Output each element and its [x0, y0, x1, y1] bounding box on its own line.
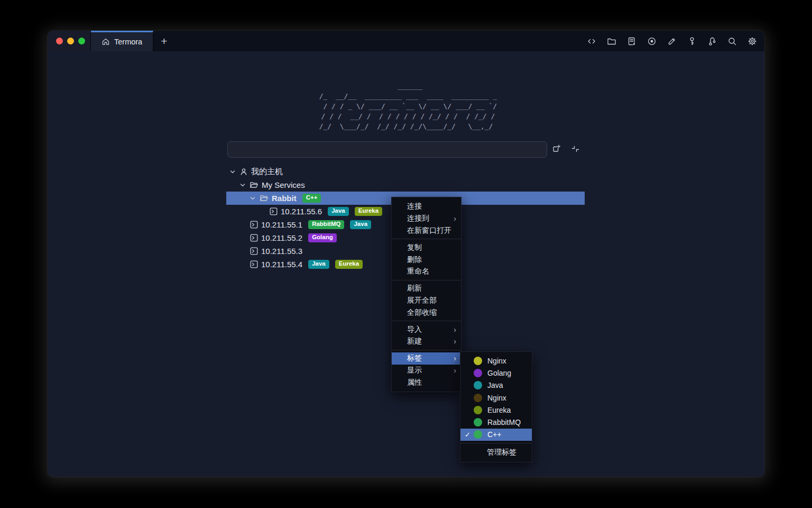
traffic-lights [48, 31, 91, 51]
menu-separator [392, 321, 461, 321]
code-icon[interactable] [587, 37, 596, 46]
menu-item-rename[interactable]: 重命名 [392, 266, 461, 278]
tag-option[interactable]: Eureka [460, 404, 532, 416]
title-bar: Termora + [48, 31, 764, 51]
terminal-icon [250, 260, 258, 268]
submenu-arrow-icon: › [454, 367, 456, 374]
tree-row-label: My Services [262, 180, 305, 189]
submenu-arrow-icon: › [454, 338, 456, 345]
tree-row-label: 10.211.55.4 [261, 260, 302, 269]
submenu-arrow-icon: › [454, 215, 456, 222]
menu-item-import[interactable]: 导入› [392, 323, 461, 335]
record-icon[interactable] [647, 37, 657, 46]
menu-separator [392, 280, 461, 280]
open-folder-icon [260, 194, 269, 203]
tree-row-my-hosts[interactable]: 我的主机 [226, 165, 585, 178]
tree-row-my-services[interactable]: My Services [226, 178, 585, 192]
folder-icon[interactable] [607, 37, 616, 46]
collapse-icon[interactable] [570, 144, 580, 156]
terminal-icon [250, 221, 258, 229]
menu-item-new[interactable]: 新建› [392, 335, 461, 348]
menu-item-connect-to[interactable]: 连接到› [392, 213, 461, 225]
tree-row-label: 10.211.55.1 [261, 220, 302, 229]
tag-color-dot [474, 381, 482, 389]
terminal-icon [250, 234, 258, 242]
host-actions [551, 144, 580, 156]
tree-row-label: 我的主机 [251, 167, 283, 177]
tab-termora[interactable]: Termora [91, 31, 153, 51]
tag-color-dot [474, 418, 482, 427]
tag-pill: Eureka [355, 207, 382, 216]
tree-row-label: 10.211.55.6 [281, 207, 322, 216]
menu-item-properties[interactable]: 属性 [392, 376, 461, 388]
tag-pill: Java [308, 260, 329, 269]
tag-color-dot [474, 394, 482, 402]
menu-item-collapse-all[interactable]: 全部收缩 [392, 306, 461, 319]
host-search-input[interactable] [227, 141, 547, 158]
close-window-button[interactable] [56, 38, 63, 44]
tag-color-dot [474, 430, 482, 439]
search-icon[interactable] [727, 37, 737, 46]
terminal-icon [250, 247, 258, 255]
tag-option-selected[interactable]: ✓ C++ [460, 429, 532, 441]
menu-separator [392, 239, 461, 239]
tag-submenu: Nginx Golang Java Nginx Eureka RabbitMQ … [460, 351, 532, 462]
keychain-icon[interactable] [707, 37, 717, 46]
tag-pill: Eureka [335, 260, 363, 269]
minimize-window-button[interactable] [67, 38, 74, 44]
tree-row-label: Rabbit [272, 194, 297, 203]
menu-item-connect[interactable]: 连接 [392, 201, 461, 213]
zoom-window-button[interactable] [78, 38, 85, 44]
context-menu: 连接 连接到› 在新窗口打开 复制 删除 重命名 刷新 展开全部 全部收缩 导入… [391, 197, 462, 392]
manage-tags-item[interactable]: 管理标签 [460, 446, 532, 459]
tag-option[interactable]: Nginx [460, 392, 532, 404]
tag-option[interactable]: Java [460, 379, 532, 392]
menu-item-tags[interactable]: 标签› [392, 352, 461, 365]
ascii-logo: ______ /_ __/__ _________ ___ ____ _____… [48, 81, 764, 131]
tag-pill: C++ [302, 194, 321, 203]
menu-item-copy[interactable]: 复制 [392, 241, 461, 253]
tag-option[interactable]: RabbitMQ [460, 416, 532, 428]
home-icon [102, 38, 110, 46]
tag-color-dot [474, 406, 482, 414]
tag-color-dot [474, 369, 482, 377]
tag-pill: Golang [308, 233, 337, 242]
edit-icon[interactable] [667, 37, 677, 46]
settings-gear-icon[interactable] [748, 37, 757, 46]
tag-color-dot [474, 357, 482, 365]
checkmark-icon: ✓ [465, 431, 474, 439]
chevron-down-icon[interactable] [239, 182, 246, 188]
plus-icon: + [161, 35, 167, 48]
submenu-arrow-icon: › [454, 326, 456, 333]
toolbar [587, 31, 757, 51]
menu-item-expand-all[interactable]: 展开全部 [392, 295, 461, 307]
tab-label: Termora [114, 38, 142, 46]
tag-pill: Java [328, 207, 349, 216]
menu-separator [392, 350, 461, 350]
menu-item-open-in-new-window[interactable]: 在新窗口打开 [392, 225, 461, 237]
desktop: Termora + [0, 0, 812, 508]
tree-row-label: 10.211.55.2 [261, 233, 302, 242]
chevron-down-icon[interactable] [250, 195, 256, 202]
tag-pill: RabbitMQ [308, 220, 344, 229]
menu-separator [460, 443, 532, 443]
open-folder-icon [250, 180, 259, 189]
terminal-icon [270, 207, 278, 215]
tag-pill: Java [350, 220, 371, 229]
snippet-icon[interactable] [627, 37, 636, 46]
user-icon [239, 168, 248, 176]
menu-item-display[interactable]: 显示› [392, 365, 461, 377]
new-tab-button[interactable]: + [153, 31, 174, 51]
menu-item-refresh[interactable]: 刷新 [392, 283, 461, 295]
add-host-icon[interactable] [551, 144, 561, 156]
tag-option[interactable]: Nginx [460, 355, 532, 367]
chevron-down-icon[interactable] [229, 169, 236, 175]
menu-item-delete[interactable]: 删除 [392, 253, 461, 266]
tree-row-label: 10.211.55.3 [261, 247, 302, 256]
submenu-arrow-icon: › [454, 355, 456, 362]
tag-option[interactable]: Golang [460, 367, 532, 379]
key-icon[interactable] [687, 37, 697, 46]
